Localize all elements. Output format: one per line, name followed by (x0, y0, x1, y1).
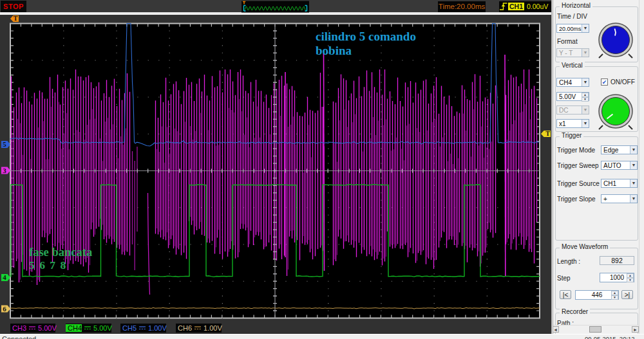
svg-text:5 6 7 8: 5 6 7 8 (29, 259, 67, 271)
svg-text:4: 4 (3, 273, 6, 281)
svg-text:fase bancata: fase bancata (29, 246, 92, 259)
svg-text:T: T (14, 15, 18, 22)
svg-text:T: T (545, 130, 550, 137)
svg-text:bobina: bobina (316, 44, 352, 57)
svg-text:3: 3 (3, 167, 6, 174)
svg-text:cilindro 5 comando: cilindro 5 comando (316, 30, 416, 43)
svg-text:5: 5 (3, 140, 6, 148)
svg-text:6: 6 (3, 305, 6, 313)
